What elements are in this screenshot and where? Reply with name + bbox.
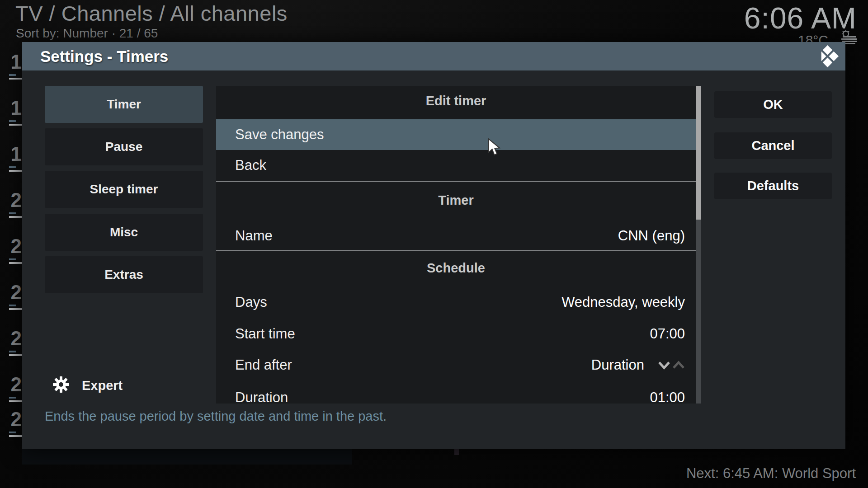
channel-number: 2 bbox=[0, 235, 22, 258]
channel-progress-bar bbox=[9, 258, 16, 260]
next-program-text: Next: 6:45 AM: World Sport bbox=[686, 465, 856, 482]
start-time-value: 07:00 bbox=[650, 326, 685, 342]
channel-number: 2 bbox=[0, 281, 22, 304]
channel-text-bar bbox=[9, 124, 23, 126]
settings-list-panel: Edit timer Save changes Back Timer Name … bbox=[216, 86, 696, 404]
dialog-title: Settings - Timers bbox=[40, 42, 168, 70]
channel-number: 1 bbox=[0, 51, 22, 73]
gear-icon bbox=[53, 376, 69, 394]
start-time-label: Start time bbox=[235, 326, 650, 342]
save-changes-button[interactable]: Save changes bbox=[216, 119, 696, 150]
group-header-schedule: Schedule bbox=[216, 254, 696, 282]
divider bbox=[216, 250, 696, 251]
channel-progress-bar bbox=[9, 432, 16, 433]
divider bbox=[216, 181, 696, 182]
setting-row-days[interactable]: Days Wednesday, weekly bbox=[216, 288, 696, 316]
duration-label: Duration bbox=[235, 389, 650, 404]
scrollbar-thumb[interactable] bbox=[696, 86, 701, 220]
channel-progress-bar bbox=[9, 212, 16, 214]
sidebar-item-pause[interactable]: Pause bbox=[45, 128, 203, 165]
duration-value: 01:00 bbox=[650, 389, 685, 404]
channel-text-bar bbox=[9, 308, 23, 310]
kodi-logo-icon bbox=[816, 45, 839, 69]
channel-progress-bar bbox=[9, 120, 16, 122]
setting-row-duration[interactable]: Duration 01:00 bbox=[216, 382, 696, 404]
channel-number: 2 bbox=[0, 373, 22, 396]
group-header-edit-timer: Edit timer bbox=[216, 86, 696, 116]
defaults-button[interactable]: Defaults bbox=[714, 173, 832, 199]
channel-progress-bar bbox=[9, 351, 16, 352]
channel-text-bar bbox=[9, 170, 23, 172]
channel-number: 2 bbox=[0, 327, 22, 350]
setting-row-start-time[interactable]: Start time 07:00 bbox=[216, 319, 696, 348]
sidebar-item-sleep-timer[interactable]: Sleep timer bbox=[45, 171, 203, 208]
channel-progress-bar bbox=[9, 305, 16, 306]
end-after-label: End after bbox=[235, 357, 591, 373]
channel-number: 2 bbox=[0, 189, 22, 211]
settings-timers-dialog: Settings - Timers Timer Pause Sleep time… bbox=[22, 42, 845, 449]
background-epg-strip bbox=[22, 449, 352, 465]
dialog-header: Settings - Timers bbox=[22, 42, 845, 70]
setting-row-end-after[interactable]: End after Duration bbox=[216, 351, 696, 380]
sidebar-item-timer[interactable]: Timer bbox=[45, 86, 203, 123]
days-label: Days bbox=[235, 294, 561, 310]
sidebar-item-misc[interactable]: Misc bbox=[45, 214, 203, 251]
channel-text-bar bbox=[9, 354, 23, 356]
spinner-control[interactable] bbox=[658, 360, 685, 370]
end-after-value: Duration bbox=[591, 357, 644, 373]
channel-number: 2 bbox=[0, 408, 22, 431]
save-changes-label: Save changes bbox=[235, 127, 685, 143]
channel-text-bar bbox=[9, 78, 23, 80]
channel-progress-bar bbox=[9, 166, 16, 168]
channel-number: 1 bbox=[0, 143, 22, 165]
settings-level-toggle[interactable]: Expert bbox=[53, 377, 123, 394]
back-button[interactable]: Back bbox=[216, 150, 696, 181]
back-label: Back bbox=[235, 157, 685, 174]
name-label: Name bbox=[235, 228, 618, 244]
channel-text-bar bbox=[9, 400, 23, 402]
name-value: CNN (eng) bbox=[618, 228, 685, 244]
cancel-button[interactable]: Cancel bbox=[714, 132, 832, 159]
channel-text-bar bbox=[9, 262, 23, 264]
channel-text-bar bbox=[9, 435, 23, 437]
sidebar-item-extras[interactable]: Extras bbox=[45, 256, 203, 293]
breadcrumb: TV / Channels / All channels bbox=[15, 1, 288, 26]
sort-status-text: Sort by: Number · 21 / 65 bbox=[16, 26, 158, 41]
days-value: Wednesday, weekly bbox=[561, 294, 685, 310]
ok-button[interactable]: OK bbox=[714, 91, 832, 118]
setting-row-name[interactable]: Name CNN (eng) bbox=[216, 221, 696, 250]
expert-level-label: Expert bbox=[82, 378, 123, 393]
scrollbar-track[interactable] bbox=[696, 86, 701, 404]
channel-progress-bar bbox=[9, 397, 16, 399]
chevron-down-icon[interactable] bbox=[658, 360, 670, 370]
channel-text-bar bbox=[9, 216, 23, 218]
channel-progress-bar bbox=[9, 74, 16, 76]
channel-number: 1 bbox=[0, 97, 22, 119]
setting-help-text: Ends the pause period by setting date an… bbox=[45, 409, 387, 424]
group-header-timer: Timer bbox=[216, 186, 696, 214]
background-artifact bbox=[454, 449, 459, 455]
chevron-up-icon[interactable] bbox=[672, 360, 685, 370]
